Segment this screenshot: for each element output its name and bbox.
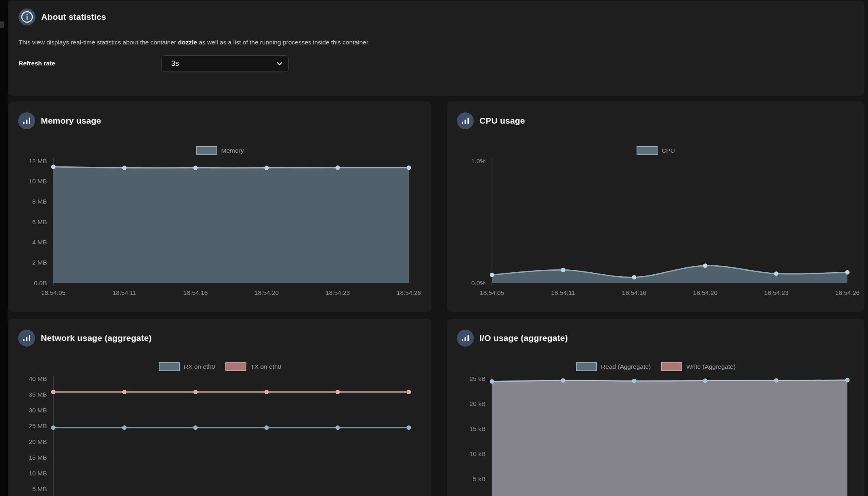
y-tick-label: 20 MB bbox=[29, 438, 47, 445]
chart-point bbox=[336, 166, 340, 170]
y-tick-label: 15 MB bbox=[29, 454, 47, 461]
chart-point bbox=[336, 390, 340, 394]
chart-title: I/O usage (aggregate) bbox=[479, 333, 568, 343]
chart-line bbox=[53, 167, 409, 168]
y-tick-label: 35 MB bbox=[29, 391, 47, 398]
refresh-rate-row: Refresh rate 3s bbox=[19, 55, 854, 72]
memory-usage-panel: Memory usage Memory 12 MB10 MB8 MB6 MB4 … bbox=[8, 101, 431, 312]
legend-swatch bbox=[661, 362, 682, 371]
legend-label: Write (Aggregate) bbox=[686, 363, 736, 370]
legend-swatch bbox=[196, 146, 217, 155]
chart-point bbox=[845, 270, 850, 275]
legend-swatch bbox=[576, 362, 597, 371]
y-tick-label: 30 MB bbox=[29, 407, 47, 414]
y-tick-label: 2 MB bbox=[32, 259, 47, 266]
y-tick-label: 25 kB bbox=[469, 375, 485, 382]
chart-point bbox=[193, 166, 198, 170]
chart-canvas: 25 kB20 kB15 kB10 kB5 kB bbox=[457, 372, 861, 496]
chart-point bbox=[265, 166, 269, 170]
chart-point bbox=[407, 390, 411, 394]
y-tick-label: 25 MB bbox=[29, 422, 47, 429]
chart-legend: CPU bbox=[457, 146, 855, 155]
y-tick-label: 1.0% bbox=[471, 158, 486, 164]
chart-point bbox=[490, 273, 494, 277]
bar-chart-icon bbox=[457, 330, 474, 347]
refresh-rate-select[interactable]: 3s bbox=[161, 55, 289, 72]
y-tick-label: 4 MB bbox=[32, 239, 47, 246]
cpu-usage-panel: CPU usage CPU 1.0%0.0%18:54:0518:54:1118… bbox=[447, 101, 864, 312]
x-axis-label: 18:54:23 bbox=[326, 289, 350, 296]
description-prefix: This view displays real-time statistics … bbox=[19, 39, 178, 46]
bar-chart-icon bbox=[18, 112, 35, 129]
chart-point bbox=[265, 425, 269, 430]
chart-header: CPU usage bbox=[457, 112, 855, 129]
x-axis-label: 18:54:11 bbox=[112, 289, 136, 296]
chart-legend: Memory bbox=[18, 146, 422, 155]
chart-canvas: 40 MB35 MB30 MB25 MB20 MB15 MB10 MB5 MB bbox=[18, 372, 422, 496]
chart-title: Network usage (aggregate) bbox=[41, 333, 152, 343]
legend-entry[interactable]: Write (Aggregate) bbox=[661, 362, 736, 371]
chart-point bbox=[490, 379, 494, 384]
chart-point bbox=[51, 390, 56, 394]
chart-point bbox=[774, 378, 779, 383]
legend-entry[interactable]: CPU bbox=[637, 146, 675, 155]
x-axis-label: 18:54:23 bbox=[764, 289, 788, 296]
about-title: About statistics bbox=[41, 12, 106, 22]
about-description: This view displays real-time statistics … bbox=[19, 38, 854, 47]
legend-entry[interactable]: RX on eth0 bbox=[159, 362, 215, 371]
chart-point bbox=[122, 390, 127, 394]
chart-point bbox=[703, 263, 708, 268]
legend-label: RX on eth0 bbox=[184, 363, 215, 370]
io-usage-panel: I/O usage (aggregate) Read (Aggregate)Wr… bbox=[447, 319, 864, 496]
chart-point bbox=[703, 378, 708, 383]
chart-point bbox=[122, 166, 127, 170]
y-tick-label: 6 MB bbox=[32, 219, 47, 225]
chart-legend: Read (Aggregate)Write (Aggregate) bbox=[457, 362, 855, 371]
network-usage-panel: Network usage (aggregate) RX on eth0TX o… bbox=[8, 319, 431, 496]
chart-area-fill bbox=[53, 167, 409, 283]
container-name: dozzle bbox=[178, 39, 197, 46]
x-axis-label: 18:54:26 bbox=[397, 289, 421, 296]
chart-point bbox=[561, 268, 565, 272]
chart-point bbox=[51, 425, 56, 430]
legend-label: Memory bbox=[221, 147, 244, 154]
x-axis-label: 18:54:16 bbox=[622, 289, 646, 296]
sidebar-toggle-notch bbox=[0, 21, 4, 28]
chart-point bbox=[122, 425, 127, 430]
bar-chart-icon bbox=[18, 330, 35, 347]
chart-header: Memory usage bbox=[18, 112, 422, 129]
chart-canvas: 12 MB10 MB8 MB6 MB4 MB2 MB0.0B18:54:0518… bbox=[18, 156, 422, 299]
y-tick-label: 12 MB bbox=[29, 158, 47, 164]
chart-point bbox=[336, 425, 340, 430]
legend-label: Read (Aggregate) bbox=[601, 363, 651, 370]
y-tick-label: 5 MB bbox=[32, 485, 47, 492]
chart-title: CPU usage bbox=[479, 116, 525, 126]
chart-point bbox=[193, 425, 198, 430]
chart-point bbox=[407, 425, 411, 430]
y-tick-label: 10 MB bbox=[29, 470, 47, 477]
chart-header: Network usage (aggregate) bbox=[18, 330, 422, 347]
chart-point bbox=[51, 165, 56, 169]
legend-label: CPU bbox=[662, 147, 675, 154]
chart-area-fill bbox=[492, 380, 847, 496]
legend-entry[interactable]: Memory bbox=[196, 146, 244, 155]
chart-point bbox=[193, 390, 198, 394]
refresh-rate-label: Refresh rate bbox=[19, 60, 161, 67]
x-axis-label: 18:54:11 bbox=[551, 289, 575, 296]
legend-swatch bbox=[159, 362, 180, 371]
legend-label: TX on eth0 bbox=[250, 363, 281, 370]
y-tick-label: 10 kB bbox=[469, 450, 485, 457]
chart-point bbox=[845, 378, 850, 383]
chart-title: Memory usage bbox=[41, 116, 101, 126]
x-axis-label: 18:54:16 bbox=[183, 289, 208, 296]
y-tick-label: 10 MB bbox=[29, 178, 47, 185]
legend-swatch bbox=[225, 362, 246, 371]
chart-point bbox=[774, 271, 779, 276]
legend-entry[interactable]: TX on eth0 bbox=[225, 362, 281, 371]
y-tick-label: 15 kB bbox=[469, 425, 485, 432]
info-icon bbox=[19, 8, 36, 25]
legend-entry[interactable]: Read (Aggregate) bbox=[576, 362, 651, 371]
y-tick-label: 20 kB bbox=[469, 400, 485, 407]
x-axis-label: 18:54:05 bbox=[480, 289, 504, 296]
y-tick-label: 0.0B bbox=[34, 280, 47, 286]
